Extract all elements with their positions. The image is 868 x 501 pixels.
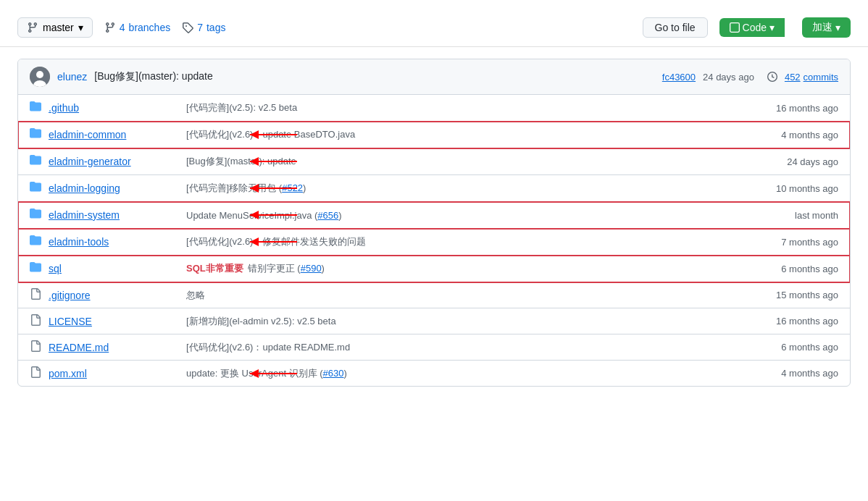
file-icon [30,288,41,302]
file-time: 6 months ago [744,342,838,353]
tags-text: tags [206,22,225,33]
sql-important-label: SQL非常重要 [186,263,243,274]
branches-text: branches [129,22,171,33]
goto-file-button[interactable]: Go to file [643,17,708,38]
commit-meta: fc43600 24 days ago 452 commits [662,72,838,83]
commit-author-link[interactable]: elunez [57,71,87,83]
branch-selector[interactable]: master ▾ [17,17,93,38]
toolbar: master ▾ 4 branches 7 tags Go to file [0,9,868,47]
file-time: 10 months ago [744,183,838,194]
file-commit-message: Update MenuServiceImpl.java (#656) [186,210,737,221]
tag-icon [182,22,193,33]
table-row: .github[代码完善](v2.5): v2.5 beta16 months … [18,95,850,122]
file-time: 4 months ago [744,130,838,140]
file-name[interactable]: .gitignore [49,290,179,301]
commits-count: 452 [785,72,801,83]
table-row: sqlSQL非常重要错别字更正 (#590)6 months ago [18,256,850,282]
commit-time: 24 days ago [703,72,754,83]
file-icon [30,314,41,328]
file-time: 6 months ago [744,264,838,274]
folder-icon [30,154,41,169]
clock-icon [767,72,777,82]
file-time: last month [744,210,838,221]
folder-icon [30,101,41,115]
commits-link[interactable]: 452 commits [785,72,838,83]
file-time: 15 months ago [744,290,838,300]
svg-point-1 [36,71,43,78]
folder-icon [30,127,41,142]
code-button[interactable]: Code ▾ [719,18,785,37]
file-commit-message: [代码完善](v2.5): v2.5 beta [186,101,737,114]
tags-count: 7 [197,22,203,33]
table-row: eladmin-common[代码优化](v2.6)：update BaseDT… [18,122,850,148]
table-row: pom.xmlupdate: 更换 UserAgent 识别库 (#630) 4… [18,361,850,386]
file-time: 4 months ago [744,368,838,379]
file-commit-message: [代码优化](v2.6)：update README.md [186,341,737,354]
file-name[interactable]: LICENSE [49,316,179,327]
commit-message-text: [Bug修复](master): update [94,70,212,83]
code-icon [730,22,740,33]
commit-hash-link[interactable]: fc43600 [662,72,696,83]
file-commit-message: [Bug修复](master): update [186,155,737,168]
table-row: eladmin-tools[代码优化](v2.6)：修复邮件发送失败的问题 7 … [18,229,850,256]
code-label: Code [743,22,767,33]
file-commit-message: [代码完善]移除无用包 (#522) [186,182,737,195]
file-time: 7 months ago [744,237,838,248]
file-icon [30,340,41,354]
table-row: .gitignore忽略15 months ago [18,282,850,308]
commit-issue-link[interactable]: #590 [301,263,322,274]
file-commit-message: [代码优化](v2.6)：update BaseDTO.java [186,128,737,141]
file-name[interactable]: pom.xml [49,368,179,379]
table-row: README.md[代码优化](v2.6)：update README.md6 … [18,334,850,361]
file-name[interactable]: README.md [49,342,179,353]
table-row: eladmin-systemUpdate MenuServiceImpl.jav… [18,202,850,229]
file-name[interactable]: eladmin-tools [49,236,179,248]
file-name[interactable]: eladmin-generator [49,156,179,167]
tags-link[interactable]: 7 tags [182,22,225,33]
commits-label: commits [804,72,838,83]
file-commit-message: 忽略 [186,289,737,302]
file-commit-message: [代码优化](v2.6)：修复邮件发送失败的问题 [186,235,737,248]
jiasu-label: 加速 [812,21,832,34]
file-icon [30,366,41,380]
commit-author: elunez [57,71,87,83]
commit-issue-link[interactable]: #630 [323,368,344,379]
folder-icon [30,235,41,249]
table-row: eladmin-logging[代码完善]移除无用包 (#522) 10 mon… [18,175,850,202]
file-name[interactable]: eladmin-common [49,129,179,140]
file-table: elunez [Bug修复](master): update fc43600 2… [17,59,851,387]
file-name[interactable]: eladmin-logging [49,182,179,194]
branch-name: master [43,22,74,33]
file-name[interactable]: eladmin-system [49,209,179,221]
file-time: 16 months ago [744,316,838,327]
jiasu-button[interactable]: 加速 ▾ [802,17,851,38]
table-row: LICENSE[新增功能](el-admin v2.5): v2.5 beta1… [18,308,850,334]
jiasu-chevron: ▾ [835,22,840,33]
code-chevron: ▾ [769,22,775,33]
commit-bar: elunez [Bug修复](master): update fc43600 2… [18,59,850,95]
commit-issue-link[interactable]: #522 [282,182,303,193]
branches-count: 4 [120,22,125,33]
file-name[interactable]: sql [49,263,179,274]
folder-icon [30,208,41,222]
file-commit-message: SQL非常重要错别字更正 (#590) [186,262,737,275]
commit-issue-link[interactable]: #656 [317,210,338,221]
file-commit-message: [新增功能](el-admin v2.5): v2.5 beta [186,315,737,328]
chevron-down-icon: ▾ [78,22,83,33]
file-time: 16 months ago [744,103,838,114]
branch-icon [27,22,38,33]
file-rows-container: .github[代码完善](v2.5): v2.5 beta16 months … [18,95,850,386]
folder-icon [30,261,41,276]
folder-icon [30,181,41,195]
table-row: eladmin-generator[Bug修复](master): update… [18,148,850,175]
avatar [30,67,50,87]
branches-link[interactable]: 4 branches [104,22,170,33]
file-time: 24 days ago [744,156,838,167]
branch-count-icon [104,22,116,33]
file-commit-message: update: 更换 UserAgent 识别库 (#630) [186,367,737,380]
file-name[interactable]: .github [49,102,179,114]
